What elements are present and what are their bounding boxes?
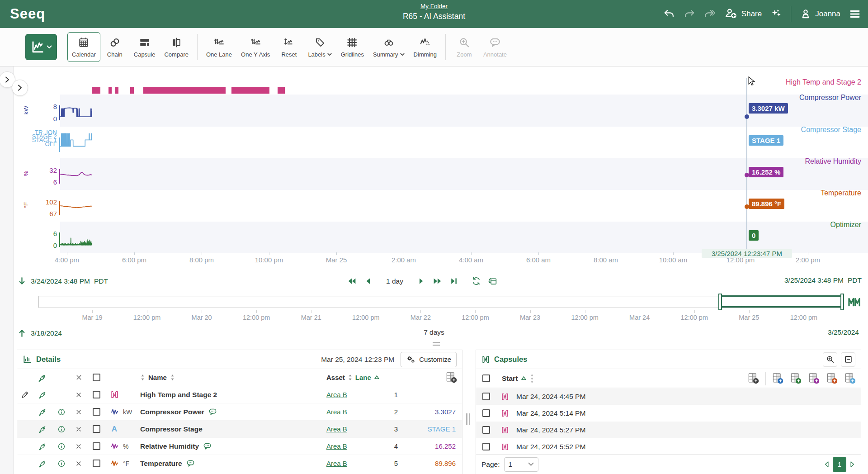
seeq-logo[interactable]: Seeq	[10, 6, 45, 22]
investigate-duration[interactable]: 7 days	[0, 328, 868, 337]
page-select[interactable]: 1	[504, 457, 538, 472]
item-name[interactable]: Relative Humidity	[140, 442, 199, 450]
asset-link[interactable]: Area B	[326, 460, 347, 467]
refresh-icon[interactable]	[472, 276, 481, 286]
step-forward-large-icon[interactable]	[433, 276, 442, 286]
row-checkbox[interactable]	[93, 460, 100, 467]
active-page-button[interactable]: 1	[833, 457, 846, 472]
add-column-icon[interactable]	[445, 371, 458, 384]
select-all-checkbox[interactable]	[93, 374, 100, 381]
remove-icon[interactable]	[75, 426, 82, 433]
rocket-icon[interactable]	[38, 442, 47, 450]
slider-handle-right[interactable]	[840, 294, 844, 310]
item-name[interactable]: Compressor Stage	[140, 425, 203, 433]
row-checkbox[interactable]	[482, 426, 490, 434]
remove-icon[interactable]	[75, 443, 82, 450]
capsule-row[interactable]: Mar 24, 2024 5:27 PM	[476, 422, 861, 438]
asset-link[interactable]: Area B	[326, 425, 347, 433]
signal-label-4[interactable]: Temperature	[821, 189, 861, 197]
toolbar-button-labels[interactable]: Labels	[303, 32, 336, 62]
sort-asc-icon[interactable]	[521, 376, 527, 381]
share-button[interactable]: Share	[724, 7, 762, 21]
toolbar-button-chain[interactable]: Chain	[100, 32, 129, 62]
step-forward-icon[interactable]	[416, 276, 426, 286]
ai-sparkles-icon[interactable]	[770, 8, 782, 20]
hamburger-menu-icon[interactable]	[849, 8, 861, 20]
condition-label[interactable]: High Temp and Stage 2	[786, 78, 861, 86]
asset-link[interactable]: Area B	[326, 408, 347, 416]
pencil-icon[interactable]	[21, 390, 29, 399]
range-start[interactable]: 3/24/2024 3:48 PM	[31, 277, 90, 285]
sort-asc-icon[interactable]	[374, 375, 380, 380]
condition-capsule-bar[interactable]	[143, 87, 226, 94]
capsules-collapse-button[interactable]	[841, 352, 855, 367]
slider-selection[interactable]	[720, 295, 843, 308]
slider-handle-left[interactable]	[718, 294, 722, 310]
row-checkbox[interactable]	[93, 391, 100, 398]
item-name[interactable]: Compressor Power	[140, 408, 204, 416]
forward-worksheet-icon[interactable]	[704, 8, 716, 20]
remove-icon[interactable]	[75, 391, 82, 398]
remove-icon[interactable]	[75, 460, 82, 467]
row-checkbox[interactable]	[482, 409, 490, 417]
row-checkbox[interactable]	[93, 408, 100, 416]
column-lane[interactable]: Lane	[355, 374, 371, 381]
add-column-icon[interactable]	[790, 372, 802, 384]
condition-capsule-bar[interactable]	[278, 87, 285, 94]
asset-link[interactable]: Area B	[326, 391, 347, 398]
expand-tools-button[interactable]	[12, 80, 28, 96]
row-checkbox[interactable]	[482, 443, 490, 450]
row-checkbox[interactable]	[93, 425, 100, 433]
row-checkbox[interactable]	[482, 393, 490, 400]
toolbar-button-one-lane[interactable]: One Lane	[202, 32, 236, 62]
toolbar-button-reset[interactable]: Reset	[274, 32, 303, 62]
sort-icon[interactable]	[348, 374, 353, 381]
step-to-now-icon[interactable]	[449, 276, 458, 286]
toolbar-button-capsule[interactable]: Capsule	[129, 32, 160, 62]
capsules-zoom-button[interactable]	[823, 352, 837, 367]
column-asset[interactable]: Asset	[326, 374, 345, 381]
asset-link[interactable]: Area B	[326, 442, 347, 450]
condition-capsule-bar[interactable]	[231, 87, 269, 94]
auto-update-icon[interactable]	[488, 276, 497, 286]
toolbar-button-summary[interactable]: Summary	[368, 32, 409, 62]
signal-overview-icon[interactable]	[847, 294, 862, 309]
rocket-icon[interactable]	[38, 425, 47, 433]
comment-icon[interactable]	[186, 459, 195, 468]
column-start[interactable]: Start	[502, 374, 518, 383]
remove-all-icon[interactable]	[75, 374, 83, 381]
add-column-icon[interactable]	[826, 372, 838, 384]
redo-icon[interactable]	[684, 8, 695, 20]
row-checkbox[interactable]	[93, 442, 100, 450]
info-icon[interactable]	[57, 408, 66, 416]
signal-label-5[interactable]: Optimizer	[830, 221, 861, 229]
signal-label-2[interactable]: Compressor Stage	[801, 126, 861, 134]
sort-icon[interactable]	[140, 374, 145, 381]
signal-label-3[interactable]: Relative Humidity	[805, 157, 861, 166]
horizontal-resize-handle[interactable]	[429, 342, 443, 347]
toolbar-button-calendar[interactable]: Calendar	[67, 32, 100, 62]
capsule-row[interactable]: Mar 24, 2024 5:52 PM	[476, 438, 861, 455]
add-column-icon[interactable]	[747, 372, 760, 384]
condition-capsule-bar[interactable]	[130, 87, 133, 94]
vertical-resize-handle[interactable]	[466, 413, 470, 425]
remove-icon[interactable]	[75, 408, 82, 416]
capsule-row[interactable]: Mar 24, 2024 4:45 PM	[476, 388, 861, 405]
info-icon[interactable]	[57, 425, 66, 433]
rocket-icon[interactable]	[38, 373, 47, 382]
comment-icon[interactable]	[208, 408, 217, 416]
customize-button[interactable]: Customize	[401, 352, 457, 367]
add-column-icon[interactable]	[844, 372, 856, 384]
info-icon[interactable]	[57, 460, 66, 468]
column-menu-icon[interactable]	[531, 374, 533, 383]
toolbar-button-compare[interactable]: Compare	[160, 32, 193, 62]
column-name[interactable]: Name	[148, 374, 167, 381]
undo-icon[interactable]	[663, 8, 675, 20]
step-back-icon[interactable]	[363, 276, 373, 286]
rocket-icon[interactable]	[38, 459, 47, 468]
slider-track[interactable]	[38, 296, 843, 308]
capsule-row[interactable]: Mar 24, 2024 5:14 PM	[476, 405, 861, 422]
condition-capsule-bar[interactable]	[115, 87, 118, 94]
toolbar-button-gridlines[interactable]: Gridlines	[336, 32, 368, 62]
comment-icon[interactable]	[203, 442, 212, 450]
